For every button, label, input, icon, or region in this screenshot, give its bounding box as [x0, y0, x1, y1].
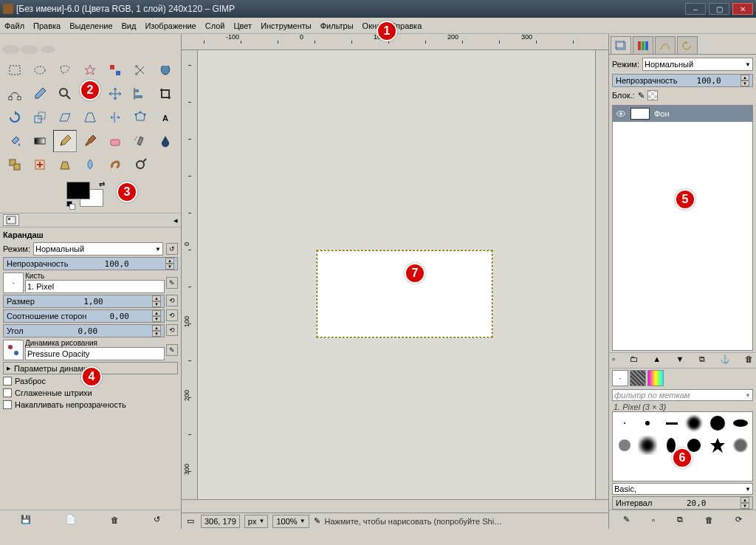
eye-icon[interactable] [616, 109, 626, 119]
reset-tool-options-icon[interactable]: ↺ [154, 515, 160, 524]
brush-edit-button[interactable]: ✎ [166, 277, 178, 289]
maximize-button[interactable]: ▢ [709, 3, 729, 15]
brush-cell-1[interactable] [636, 412, 660, 434]
zoom-combo[interactable]: 100% ▼ [272, 515, 309, 528]
angle-slider[interactable]: Угол 0,00 ▲▼ [3, 324, 165, 337]
brush-cell-3[interactable] [683, 412, 707, 434]
tool-cage[interactable] [128, 106, 152, 128]
vertical-ruler[interactable]: 0100200300 [182, 50, 198, 499]
tool-color-picker[interactable] [28, 83, 52, 105]
angle-reset-button[interactable]: ⟲ [166, 324, 178, 336]
lock-alpha-icon[interactable] [647, 90, 658, 100]
aspect-stepper[interactable]: ▲▼ [152, 310, 161, 322]
layer-row[interactable]: Фон [613, 106, 752, 122]
aspect-slider[interactable]: Соотношение сторон 0,00 ▲▼ [3, 309, 165, 323]
anchor-layer-icon[interactable]: ⚓ [720, 354, 730, 366]
tool-heal[interactable] [28, 154, 52, 176]
tool-eraser[interactable] [103, 130, 127, 152]
tool-ink[interactable] [154, 130, 177, 152]
size-stepper[interactable]: ▲▼ [152, 295, 161, 307]
tool-paintbrush[interactable] [78, 130, 102, 152]
default-colors-icon[interactable] [66, 201, 74, 208]
aspect-reset-button[interactable]: ⟲ [166, 309, 178, 321]
opacity-stepper[interactable]: ▲▼ [165, 258, 174, 270]
tool-perspective-clone[interactable] [53, 154, 77, 176]
tool-options-tab[interactable] [3, 214, 19, 226]
lock-pixels-icon[interactable]: ✎ [638, 91, 645, 100]
layer-thumbnail[interactable] [630, 108, 650, 120]
preset-noise[interactable] [630, 370, 646, 386]
dynamics-edit-button[interactable]: ✎ [166, 344, 178, 356]
brush-cell-4[interactable] [706, 412, 729, 434]
spacing-slider[interactable]: Интервал 20,0 ▲▼ [612, 496, 753, 510]
tool-text[interactable]: A [154, 106, 177, 128]
dynamics-combo[interactable]: Pressure Opacity [25, 347, 165, 360]
delete-tool-preset-icon[interactable]: 🗑 [111, 515, 119, 524]
tool-by-color-select[interactable] [103, 59, 127, 81]
brush-cell-2[interactable] [659, 412, 683, 434]
tool-scale[interactable] [28, 106, 52, 128]
brush-grid[interactable] [612, 411, 753, 481]
tool-airbrush[interactable] [128, 130, 152, 152]
brush-cell-7[interactable] [636, 434, 660, 456]
undo-history-tab[interactable] [677, 36, 698, 54]
menu-tools[interactable]: Инструменты [261, 21, 312, 30]
restore-tool-preset-icon[interactable]: 📄 [66, 515, 76, 524]
tool-align[interactable] [128, 83, 152, 105]
brush-category-combo[interactable]: Basic, ▼ [612, 483, 753, 495]
tool-foreground-select[interactable] [154, 59, 177, 81]
menu-edit[interactable]: Правка [33, 21, 61, 30]
size-reset-button[interactable]: ⟲ [166, 295, 178, 306]
tool-blur[interactable] [78, 154, 102, 176]
tool-paths[interactable] [3, 83, 27, 105]
mode-combo[interactable]: Нормальный ▼ [33, 242, 163, 256]
brush-cell-10[interactable] [706, 434, 729, 456]
layer-name[interactable]: Фон [654, 109, 670, 118]
tool-scissors[interactable] [128, 59, 152, 81]
new-brush-icon[interactable]: ▫ [652, 515, 655, 524]
angle-stepper[interactable]: ▲▼ [152, 325, 161, 337]
menu-select[interactable]: Выделение [69, 21, 112, 30]
tool-pencil[interactable] [53, 130, 77, 152]
menu-view[interactable]: Вид [122, 21, 137, 30]
dock-menu-icon[interactable]: ◂ [173, 216, 178, 225]
edit-brush-icon[interactable]: ✎ [623, 515, 630, 524]
brush-cell-0[interactable] [613, 412, 636, 434]
preset-gradient[interactable] [647, 370, 664, 386]
scatter-checkbox[interactable] [3, 377, 12, 385]
tool-blend[interactable] [28, 130, 52, 152]
refresh-brushes-icon[interactable]: ⟳ [735, 515, 742, 524]
brush-name-combo[interactable]: 1. Pixel [25, 280, 165, 293]
layer-opacity-slider[interactable]: Непрозрачность 100,0 ▲▼ [612, 74, 753, 87]
tool-move[interactable] [103, 83, 127, 105]
tool-rotate[interactable] [3, 106, 27, 128]
accumulate-checkbox[interactable] [3, 400, 12, 409]
mode-reset-button[interactable]: ↺ [166, 243, 178, 255]
layer-mode-combo[interactable]: Нормальный ▼ [642, 58, 753, 71]
quickmask-toggle-icon[interactable]: ▭ [185, 516, 196, 526]
layer-opacity-stepper[interactable]: ▲▼ [740, 75, 749, 86]
tool-free-select[interactable] [53, 59, 77, 81]
tool-rect-select[interactable] [3, 59, 27, 81]
tool-flip[interactable] [103, 106, 127, 128]
foreground-color[interactable] [66, 182, 90, 199]
menu-colors[interactable]: Цвет [233, 21, 252, 30]
horizontal-scrollbar[interactable] [182, 499, 608, 513]
tool-perspective[interactable] [78, 106, 102, 128]
save-tool-preset-icon[interactable]: 💾 [21, 515, 31, 524]
menu-layer[interactable]: Слой [205, 21, 225, 30]
tool-ellipse-select[interactable] [28, 59, 52, 81]
close-button[interactable]: ✕ [732, 3, 753, 15]
tool-smudge[interactable] [103, 154, 127, 176]
channels-tab[interactable] [633, 36, 653, 54]
size-slider[interactable]: Размер 1,00 ▲▼ [3, 295, 165, 308]
unit-combo[interactable]: px ▼ [244, 515, 269, 528]
smooth-stroke-checkbox[interactable] [3, 388, 12, 397]
brush-cell-6[interactable] [613, 434, 636, 456]
tool-crop[interactable] [154, 83, 177, 105]
tool-fuzzy-select[interactable] [78, 59, 102, 81]
layer-list[interactable]: Фон [612, 105, 753, 351]
delete-brush-icon[interactable]: 🗑 [705, 515, 713, 524]
tool-bucket[interactable] [3, 130, 27, 152]
tool-shear[interactable] [53, 106, 77, 128]
